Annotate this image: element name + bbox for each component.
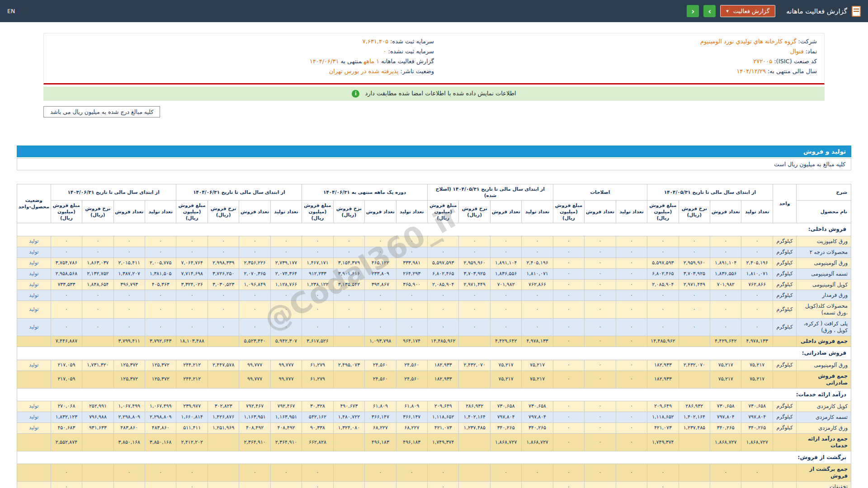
value-cell: ۰ bbox=[553, 258, 584, 268]
value-cell: ۰ bbox=[302, 247, 333, 258]
value-cell: ۲,۹۷۱,۴۴۹ bbox=[679, 279, 710, 290]
value-cell: ۳۹۶,۷۹۳ bbox=[113, 279, 145, 290]
value-cell: ۰ bbox=[741, 301, 773, 319]
value-cell: ۳۶۶,۱۴۷ bbox=[365, 412, 396, 423]
value-cell: ۰ bbox=[302, 482, 333, 488]
value-cell: ۱,۲۳۷,۴۸۵ bbox=[459, 422, 490, 433]
value-cell: ۰ bbox=[428, 319, 459, 336]
table-row: کویل کارمزدیکیلوگرم۷۳۰,۶۵۸۷۳۰,۶۵۸۲۸۶,۹۳۲… bbox=[17, 401, 851, 412]
value-cell: ۴۰۵,۳۶۳ bbox=[145, 279, 176, 290]
value-cell: ۰ bbox=[522, 236, 553, 247]
info-value: ۷,۶۳۱,۴۰۵ bbox=[363, 38, 388, 45]
value-cell: ۲,۴۰۵,۱۹۶ bbox=[741, 258, 773, 268]
value-cell: ۱,۰۹۳,۷۹۸ bbox=[365, 336, 396, 347]
value-cell: ۲۸۶,۹۳۲ bbox=[679, 401, 710, 412]
column-sub-header: تعداد فروش bbox=[710, 201, 741, 223]
value-cell: ۰ bbox=[553, 336, 584, 347]
value-cell: ۰ bbox=[396, 464, 427, 482]
info-row: نماد:فنوال bbox=[434, 48, 817, 55]
value-cell: ۷۵,۲۱۷ bbox=[490, 360, 521, 371]
value-cell: ۰ bbox=[585, 401, 616, 412]
value-cell: ۶,۸۰۲,۴۶۵ bbox=[647, 268, 679, 279]
value-cell: ۷۵,۲۱۷ bbox=[741, 360, 773, 371]
info-row: سرمایه ثبت شده:۷,۶۳۱,۴۰۵ bbox=[51, 38, 434, 45]
unit-cell: کیلوگرم bbox=[773, 236, 796, 247]
value-cell: ۱۸۲,۹۳۳ bbox=[428, 371, 459, 388]
value-cell: ۰ bbox=[553, 279, 584, 290]
value-cell: ۰ bbox=[647, 301, 679, 319]
value-cell: ۰ bbox=[741, 319, 773, 336]
info-icon: i bbox=[352, 90, 359, 98]
column-sub-header: تعداد تولید bbox=[741, 201, 773, 223]
section-row: فروش داخلی: bbox=[17, 223, 851, 236]
language-toggle[interactable]: EN bbox=[7, 8, 15, 14]
note-row: کلیه مبالغ درج شده به میلیون ریال می باش… bbox=[43, 106, 825, 117]
value-cell: ۰ bbox=[616, 279, 647, 290]
value-cell: ۱,۴۰۲,۱۶۴ bbox=[679, 412, 710, 423]
value-cell: ۱,۰۶۷,۴۹۹ bbox=[145, 401, 176, 412]
value-cell: ۰ bbox=[396, 290, 427, 301]
value-cell: ۰ bbox=[82, 319, 113, 336]
value-cell: ۱۸,۱۰۳,۴۸۸ bbox=[176, 336, 208, 347]
value-cell: ۰ bbox=[459, 290, 490, 301]
value-cell bbox=[679, 464, 710, 482]
value-cell: ۱۲۵,۳۷۲ bbox=[113, 371, 145, 388]
table-row: تسمه آلومینیومیکیلوگرم۱,۸۱۰,۰۷۱۱,۸۳۶,۵۵۶… bbox=[17, 268, 851, 279]
column-sub-header: مبلغ فروش (میلیون ریال) bbox=[428, 201, 459, 223]
value-cell bbox=[208, 482, 239, 488]
table-row: ورق آلومینیومیکیلوگرم۲,۴۰۵,۱۹۶۱,۸۹۱,۱۰۴۲… bbox=[17, 258, 851, 268]
value-cell: ۳۶۶,۱۴۷ bbox=[396, 412, 427, 423]
value-cell: ۰ bbox=[82, 247, 113, 258]
value-cell: ۰ bbox=[302, 301, 333, 319]
value-cell: ۱,۸۴۸,۶۵۴ bbox=[82, 279, 113, 290]
value-cell: ۰ bbox=[333, 319, 364, 336]
unit-cell: کیلوگرم bbox=[773, 290, 796, 301]
value-cell bbox=[82, 464, 113, 482]
value-cell: ۰ bbox=[51, 482, 82, 488]
value-cell: ۱,۸۶۳,۰۳۷ bbox=[82, 258, 113, 268]
value-cell: ۰ bbox=[51, 464, 82, 482]
next-report-button[interactable]: › bbox=[703, 5, 716, 17]
value-cell: ۰ bbox=[239, 464, 270, 482]
column-group-header: دوره یک ماهه منتهی به ۱۴۰۴/۰۶/۳۱ bbox=[302, 184, 428, 201]
status-cell: تولید bbox=[17, 422, 51, 433]
product-name-cell: ورق کامپوزیت bbox=[797, 236, 851, 247]
value-cell: ۰ bbox=[270, 301, 302, 319]
value-cell: ۲۴,۵۶۰ bbox=[396, 360, 427, 371]
product-name-cell: تسمه آلومینیومی bbox=[797, 268, 851, 279]
value-cell: ۹۶۴,۱۷۴ bbox=[396, 336, 427, 347]
unit-cell: کیلوگرم bbox=[773, 301, 796, 319]
column-sub-header: تعداد تولید bbox=[396, 201, 427, 223]
report-type-dropdown[interactable]: گزارش فعالیت ▾ bbox=[720, 5, 775, 17]
product-name-cell: تخفیفات bbox=[797, 482, 851, 488]
value-cell: ۲۱۷,۰۵۹ bbox=[51, 360, 82, 371]
info-value: ۲۷۲۰۰۵ bbox=[753, 58, 772, 65]
value-cell: ۰ bbox=[145, 290, 176, 301]
value-cell: ۰ bbox=[679, 290, 710, 301]
value-cell: ۲۰۹,۶۴۹ bbox=[647, 401, 679, 412]
value-cell: ۰ bbox=[302, 236, 333, 247]
table-row: محصولات درجه ۲کیلوگرم۰۰۰۰۰۰۰۰۰۰۰۰۰۰۰۰۰۰۰… bbox=[17, 247, 851, 258]
column-sub-header: نرخ فروش (ریال) bbox=[679, 201, 710, 223]
prev-report-button[interactable]: ‹ bbox=[687, 5, 699, 17]
value-cell: ۰ bbox=[585, 412, 616, 423]
value-cell: ۱,۸۶۸,۷۲۷ bbox=[741, 433, 773, 451]
value-cell: ۵,۵۹۷,۵۹۳ bbox=[647, 258, 679, 268]
value-cell: ۰ bbox=[51, 247, 82, 258]
value-cell: ۰ bbox=[208, 301, 239, 319]
column-sub-header: مبلغ فروش (میلیون ریال) bbox=[647, 201, 679, 223]
value-cell: ۰ bbox=[428, 301, 459, 319]
value-cell: ۰ bbox=[741, 464, 773, 482]
table-row: ورق فرمدارکیلوگرم۰۰۰۰۰۰۰۰۰۰۰۰۰۰۰۰۰۰۰۰۰۰۰… bbox=[17, 290, 851, 301]
status-cell: تولید bbox=[17, 258, 51, 268]
value-cell: ۰ bbox=[585, 371, 616, 388]
value-cell: ۷۹۷,۸۰۴ bbox=[490, 412, 521, 423]
value-cell bbox=[459, 464, 490, 482]
info-label: گزارش فعالیت ماهانه bbox=[381, 58, 434, 65]
value-cell: ۰ bbox=[208, 290, 239, 301]
value-cell: ۷۳۳,۵۳۳ bbox=[51, 279, 82, 290]
value-cell: ۰ bbox=[239, 301, 270, 319]
value-cell: ۱,۲۵۱,۹۶۹ bbox=[208, 422, 239, 433]
info-label: سرمایه ثبت نشده: bbox=[388, 48, 434, 55]
value-cell bbox=[145, 482, 176, 488]
